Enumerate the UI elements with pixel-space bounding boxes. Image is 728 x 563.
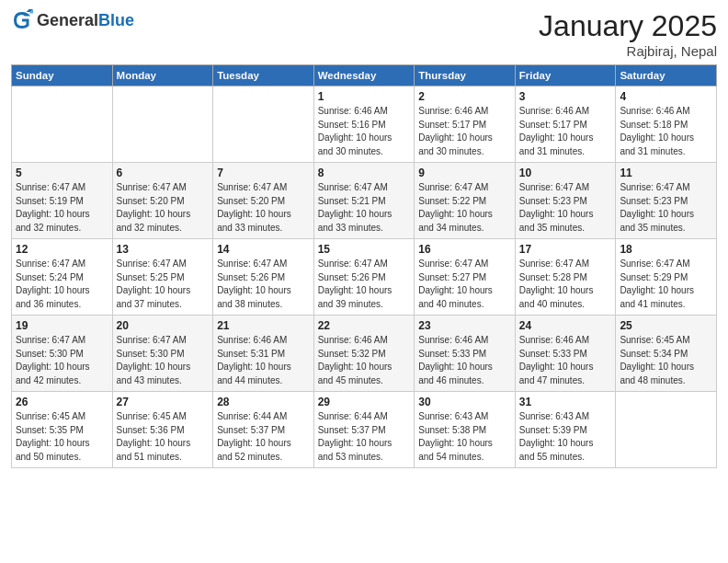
day-info: Sunrise: 6:46 AMSunset: 5:18 PMDaylight:… — [620, 105, 712, 158]
day-number: 15 — [318, 243, 411, 256]
day-info: Sunrise: 6:45 AMSunset: 5:35 PMDaylight:… — [16, 410, 108, 464]
day-info: Sunrise: 6:44 AMSunset: 5:37 PMDaylight:… — [217, 410, 310, 464]
day-info: Sunrise: 6:47 AMSunset: 5:19 PMDaylight:… — [16, 181, 108, 235]
col-header-wednesday: Wednesday — [313, 65, 415, 86]
calendar-cell: 14Sunrise: 6:47 AMSunset: 5:26 PMDayligh… — [213, 239, 314, 316]
logo-general: General — [37, 11, 98, 29]
day-number: 24 — [519, 319, 612, 332]
col-header-saturday: Saturday — [616, 65, 717, 86]
day-info: Sunrise: 6:47 AMSunset: 5:30 PMDaylight:… — [117, 334, 210, 387]
day-info: Sunrise: 6:46 AMSunset: 5:17 PMDaylight:… — [418, 105, 511, 158]
day-info: Sunrise: 6:46 AMSunset: 5:33 PMDaylight:… — [519, 334, 612, 387]
day-info: Sunrise: 6:46 AMSunset: 5:32 PMDaylight:… — [318, 334, 411, 387]
day-info: Sunrise: 6:43 AMSunset: 5:39 PMDaylight:… — [519, 410, 612, 464]
logo-blue: Blue — [98, 11, 134, 29]
day-number: 30 — [418, 396, 511, 408]
day-number: 12 — [16, 243, 108, 256]
calendar-cell: 19Sunrise: 6:47 AMSunset: 5:30 PMDayligh… — [12, 316, 113, 392]
calendar-cell: 16Sunrise: 6:47 AMSunset: 5:27 PMDayligh… — [415, 239, 516, 316]
week-row-3: 12Sunrise: 6:47 AMSunset: 5:24 PMDayligh… — [12, 239, 717, 316]
day-info: Sunrise: 6:47 AMSunset: 5:24 PMDaylight:… — [16, 258, 108, 311]
calendar-cell: 25Sunrise: 6:45 AMSunset: 5:34 PMDayligh… — [616, 316, 717, 392]
calendar-cell: 7Sunrise: 6:47 AMSunset: 5:20 PMDaylight… — [213, 163, 314, 239]
calendar-cell: 4Sunrise: 6:46 AMSunset: 5:18 PMDaylight… — [616, 86, 717, 163]
day-number: 23 — [418, 319, 511, 332]
calendar-cell: 6Sunrise: 6:47 AMSunset: 5:20 PMDaylight… — [112, 163, 213, 239]
day-info: Sunrise: 6:44 AMSunset: 5:37 PMDaylight:… — [318, 410, 411, 464]
week-row-2: 5Sunrise: 6:47 AMSunset: 5:19 PMDaylight… — [12, 163, 717, 239]
logo-icon — [11, 9, 33, 31]
header-row: SundayMondayTuesdayWednesdayThursdayFrid… — [12, 65, 717, 86]
calendar-cell — [112, 86, 213, 163]
calendar-cell: 5Sunrise: 6:47 AMSunset: 5:19 PMDaylight… — [12, 163, 113, 239]
day-info: Sunrise: 6:45 AMSunset: 5:34 PMDaylight:… — [620, 334, 712, 387]
day-number: 9 — [418, 167, 511, 179]
logo-text: GeneralBlue — [37, 11, 134, 30]
calendar-cell: 29Sunrise: 6:44 AMSunset: 5:37 PMDayligh… — [313, 392, 415, 468]
day-info: Sunrise: 6:47 AMSunset: 5:23 PMDaylight:… — [519, 181, 612, 235]
calendar-cell — [616, 392, 717, 468]
calendar-cell: 15Sunrise: 6:47 AMSunset: 5:26 PMDayligh… — [313, 239, 415, 316]
day-number: 26 — [16, 396, 108, 408]
day-number: 5 — [16, 167, 108, 179]
day-info: Sunrise: 6:47 AMSunset: 5:26 PMDaylight:… — [217, 258, 310, 311]
day-number: 4 — [620, 90, 712, 103]
month-title: January 2025 — [539, 9, 717, 43]
day-number: 25 — [620, 319, 712, 332]
week-row-1: 1Sunrise: 6:46 AMSunset: 5:16 PMDaylight… — [12, 86, 717, 163]
calendar-cell: 13Sunrise: 6:47 AMSunset: 5:25 PMDayligh… — [112, 239, 213, 316]
day-number: 2 — [418, 90, 511, 103]
day-number: 20 — [117, 319, 210, 332]
calendar-cell: 21Sunrise: 6:46 AMSunset: 5:31 PMDayligh… — [213, 316, 314, 392]
day-info: Sunrise: 6:46 AMSunset: 5:33 PMDaylight:… — [418, 334, 511, 387]
calendar-cell: 30Sunrise: 6:43 AMSunset: 5:38 PMDayligh… — [415, 392, 516, 468]
day-number: 13 — [117, 243, 210, 256]
calendar-cell: 18Sunrise: 6:47 AMSunset: 5:29 PMDayligh… — [616, 239, 717, 316]
day-info: Sunrise: 6:47 AMSunset: 5:20 PMDaylight:… — [217, 181, 310, 235]
week-row-5: 26Sunrise: 6:45 AMSunset: 5:35 PMDayligh… — [12, 392, 717, 468]
calendar-table: SundayMondayTuesdayWednesdayThursdayFrid… — [11, 64, 717, 468]
day-info: Sunrise: 6:47 AMSunset: 5:23 PMDaylight:… — [620, 181, 712, 235]
calendar-cell: 17Sunrise: 6:47 AMSunset: 5:28 PMDayligh… — [515, 239, 616, 316]
calendar-cell: 20Sunrise: 6:47 AMSunset: 5:30 PMDayligh… — [112, 316, 213, 392]
day-info: Sunrise: 6:46 AMSunset: 5:16 PMDaylight:… — [318, 105, 411, 158]
calendar-cell: 1Sunrise: 6:46 AMSunset: 5:16 PMDaylight… — [313, 86, 415, 163]
day-number: 1 — [318, 90, 411, 103]
day-info: Sunrise: 6:43 AMSunset: 5:38 PMDaylight:… — [418, 410, 511, 464]
day-number: 14 — [217, 243, 310, 256]
day-info: Sunrise: 6:47 AMSunset: 5:27 PMDaylight:… — [418, 258, 511, 311]
calendar-cell — [12, 86, 113, 163]
day-number: 29 — [318, 396, 411, 408]
day-number: 6 — [117, 167, 210, 179]
calendar-cell: 26Sunrise: 6:45 AMSunset: 5:35 PMDayligh… — [12, 392, 113, 468]
day-number: 7 — [217, 167, 310, 179]
day-number: 17 — [519, 243, 612, 256]
day-info: Sunrise: 6:47 AMSunset: 5:30 PMDaylight:… — [16, 334, 108, 387]
day-number: 3 — [519, 90, 612, 103]
calendar-cell: 11Sunrise: 6:47 AMSunset: 5:23 PMDayligh… — [616, 163, 717, 239]
col-header-tuesday: Tuesday — [213, 65, 314, 86]
day-info: Sunrise: 6:45 AMSunset: 5:36 PMDaylight:… — [117, 410, 210, 464]
day-info: Sunrise: 6:47 AMSunset: 5:28 PMDaylight:… — [519, 258, 612, 311]
day-number: 18 — [620, 243, 712, 256]
page-container: GeneralBlue January 2025 Rajbiraj, Nepal… — [0, 0, 728, 477]
day-info: Sunrise: 6:46 AMSunset: 5:31 PMDaylight:… — [217, 334, 310, 387]
calendar-cell: 24Sunrise: 6:46 AMSunset: 5:33 PMDayligh… — [515, 316, 616, 392]
day-number: 27 — [117, 396, 210, 408]
day-number: 8 — [318, 167, 411, 179]
calendar-cell: 22Sunrise: 6:46 AMSunset: 5:32 PMDayligh… — [313, 316, 415, 392]
day-number: 19 — [16, 319, 108, 332]
day-info: Sunrise: 6:47 AMSunset: 5:29 PMDaylight:… — [620, 258, 712, 311]
location: Rajbiraj, Nepal — [539, 43, 717, 59]
day-number: 21 — [217, 319, 310, 332]
day-info: Sunrise: 6:47 AMSunset: 5:25 PMDaylight:… — [117, 258, 210, 311]
day-info: Sunrise: 6:47 AMSunset: 5:21 PMDaylight:… — [318, 181, 411, 235]
calendar-cell: 28Sunrise: 6:44 AMSunset: 5:37 PMDayligh… — [213, 392, 314, 468]
col-header-friday: Friday — [515, 65, 616, 86]
calendar-cell: 31Sunrise: 6:43 AMSunset: 5:39 PMDayligh… — [515, 392, 616, 468]
header: GeneralBlue January 2025 Rajbiraj, Nepal — [11, 9, 717, 59]
calendar-cell: 27Sunrise: 6:45 AMSunset: 5:36 PMDayligh… — [112, 392, 213, 468]
calendar-cell — [213, 86, 314, 163]
day-number: 11 — [620, 167, 712, 179]
calendar-cell: 9Sunrise: 6:47 AMSunset: 5:22 PMDaylight… — [415, 163, 516, 239]
